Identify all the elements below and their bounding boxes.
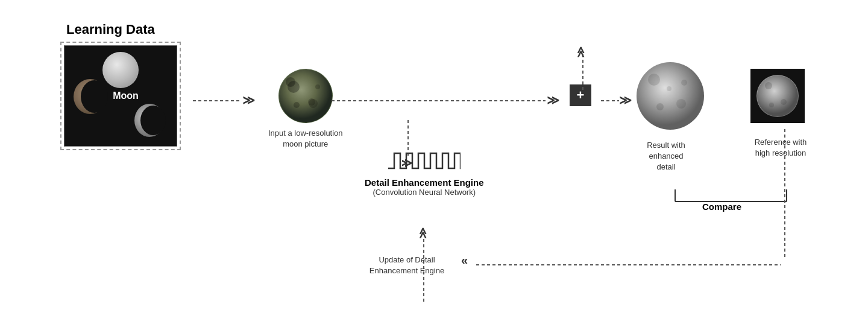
svg-point-21 xyxy=(757,75,798,116)
horiz-update-svg xyxy=(476,259,784,271)
moon-input-section: Input a low-resolution moon picture xyxy=(268,69,343,150)
moon-ref-svg xyxy=(756,75,799,117)
svg-text:≫: ≫ xyxy=(547,95,559,107)
svg-point-3 xyxy=(286,77,295,87)
result-caption: Result with enhanced detail xyxy=(630,140,702,173)
svg-text:≫: ≫ xyxy=(577,46,587,58)
arrow4-svg: ≫ xyxy=(601,95,640,107)
moon-ref-image xyxy=(756,75,799,117)
waveform-svg xyxy=(388,147,461,171)
svg-text:≫: ≫ xyxy=(242,95,255,107)
moon-result-svg xyxy=(636,62,705,131)
svg-point-20 xyxy=(667,86,671,91)
svg-point-16 xyxy=(648,74,660,86)
moon-phases: Moon xyxy=(64,46,177,146)
learning-data-box: Moon xyxy=(60,42,181,150)
diagram-container: Learning Data Moon xyxy=(0,0,868,330)
vert-ref-down xyxy=(779,129,791,264)
input-caption: Input a low-resolution moon picture xyxy=(268,128,343,150)
svg-point-24 xyxy=(769,103,774,107)
svg-text:≫: ≫ xyxy=(619,95,632,107)
svg-point-5 xyxy=(294,102,300,108)
svg-point-6 xyxy=(315,84,320,89)
moon-reference-section xyxy=(750,69,805,123)
learning-data-title: Learning Data xyxy=(60,22,155,37)
moon-label: Moon xyxy=(113,90,139,101)
moon-crescent xyxy=(134,104,165,137)
compare-section: Compare xyxy=(669,186,790,222)
update-label: Update of Detail Enhancement Engine xyxy=(347,255,467,276)
long-dashed-line: ≫ xyxy=(332,95,576,109)
svg-point-15 xyxy=(637,62,704,130)
svg-point-23 xyxy=(781,99,787,105)
vert-ref-svg xyxy=(779,129,791,262)
engine-section: Detail Enhancement Engine (Convolution N… xyxy=(365,147,484,197)
moon-full xyxy=(102,52,139,88)
svg-text:≫: ≫ xyxy=(417,227,429,239)
vert-arrow-to-plus: ≫ xyxy=(577,45,589,92)
engine-sublabel: (Convolution Neural Network) xyxy=(373,188,476,197)
compare-label: Compare xyxy=(702,201,741,212)
vert-plus-svg: ≫ xyxy=(577,45,589,90)
engine-label: Detail Enhancement Engine xyxy=(365,177,484,188)
svg-point-19 xyxy=(681,80,687,86)
svg-point-22 xyxy=(765,82,772,89)
moon-input-svg xyxy=(278,69,333,123)
horiz-update-line xyxy=(476,259,784,273)
engine-symbol xyxy=(388,147,461,174)
svg-point-18 xyxy=(656,103,664,110)
moon-gibbous xyxy=(74,79,107,114)
svg-point-4 xyxy=(308,98,315,106)
moon-input-image xyxy=(278,69,333,123)
arrow-4: ≫ xyxy=(601,95,640,107)
moon-result-section xyxy=(636,62,705,133)
diagram-wrapper: Learning Data Moon xyxy=(27,8,841,322)
svg-point-2 xyxy=(279,69,332,122)
svg-point-17 xyxy=(676,99,686,109)
arrow1-svg: ≫ xyxy=(193,95,265,107)
arrow-1: ≫ xyxy=(193,95,265,107)
long-line-svg: ≫ xyxy=(332,95,576,107)
